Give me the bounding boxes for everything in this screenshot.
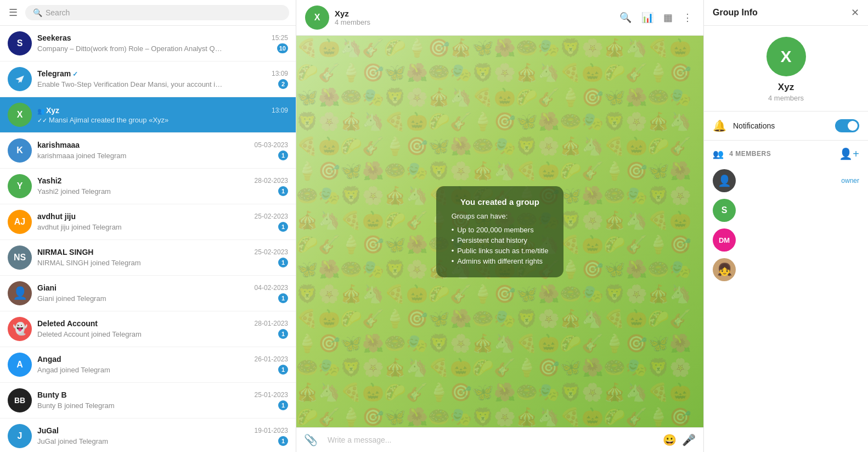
chat-name: Seekeras: [37, 34, 71, 42]
chat-header-members: 4 members: [335, 18, 612, 26]
chat-item[interactable]: SSeekeras15:25Company – Ditto(work from)…: [0, 26, 296, 62]
chat-time: 28-01-2023: [255, 320, 288, 327]
member-avatar: DM: [713, 228, 736, 252]
unread-badge: 1: [278, 365, 288, 375]
chat-content: Deleted Account28-01-2023Deleted Account…: [37, 319, 288, 339]
chat-time: 19-01-2023: [255, 427, 288, 434]
verified-icon: ✓: [72, 70, 78, 78]
chat-content: Yashi228-02-2023Yashi2 joined Telegram1: [37, 176, 288, 196]
chat-time: 13:09: [272, 107, 288, 114]
search-icon: 🔍: [33, 8, 42, 17]
chat-item[interactable]: Telegram✓13:09Enable Two-Step Verificati…: [0, 62, 296, 97]
close-panel-icon[interactable]: ✕: [851, 7, 859, 19]
chat-subtitle: ✓✓ Mansi Ajimal created the group «Xyz»: [37, 116, 168, 124]
member-item[interactable]: DM: [713, 225, 859, 255]
chat-item[interactable]: X👥Xyz13:09✓✓ Mansi Ajimal created the gr…: [0, 97, 296, 133]
message-input[interactable]: [323, 432, 657, 448]
members-count-label: 👥 4 MEMBERS: [713, 149, 771, 159]
group-created-card: You created a group Groups can have: Up …: [436, 186, 564, 277]
unread-badge: 1: [278, 400, 288, 410]
add-member-icon[interactable]: 👤+: [839, 147, 859, 160]
member-avatar: 👧: [713, 258, 736, 281]
chat-time: 15:25: [272, 34, 288, 42]
group-info-members-count: 4 members: [768, 94, 804, 102]
notifications-row: 🔔 Notifications: [704, 111, 868, 141]
member-item[interactable]: S: [713, 196, 859, 225]
chat-avatar: 👤: [8, 281, 32, 305]
chat-avatar: A: [8, 353, 32, 377]
chat-time: 25-02-2023: [255, 248, 288, 256]
attach-icon[interactable]: 📎: [304, 433, 318, 447]
chat-content: NIRMAL SINGH25-02-2023NIRMAL SINGH joine…: [37, 248, 288, 267]
chat-name: Bunty B: [37, 390, 67, 399]
chat-item[interactable]: 👤Giani04-02-2023Giani joined Telegram1: [0, 276, 296, 311]
sidebar-header: ☰ 🔍: [0, 0, 296, 26]
member-avatar: S: [713, 199, 736, 222]
chat-subtitle: JuGal joined Telegram: [37, 437, 108, 445]
chat-item[interactable]: AJavdhut jiju25-02-2023avdhut jiju joine…: [0, 204, 296, 240]
chat-avatar: K: [8, 138, 32, 163]
chat-avatar: S: [8, 31, 32, 55]
sidebar: ☰ 🔍 SSeekeras15:25Company – Ditto(work f…: [0, 0, 296, 452]
unread-badge: 1: [278, 258, 288, 267]
chat-item[interactable]: Kkarishmaaa05-03-2023karishmaaa joined T…: [0, 133, 296, 169]
chat-content: JuGal19-01-2023JuGal joined Telegram1: [37, 426, 288, 446]
chat-content: Bunty B25-01-2023Bunty B joined Telegram…: [37, 390, 288, 410]
member-item[interactable]: 👧: [713, 255, 859, 284]
chat-name: Yashi2: [37, 176, 61, 185]
unread-badge: 1: [278, 329, 288, 339]
search-chat-icon[interactable]: 🔍: [617, 9, 634, 26]
chat-content: Angad26-01-2023Angad joined Telegram1: [37, 355, 288, 375]
chat-subtitle: karishmaaa joined Telegram: [37, 152, 126, 160]
group-created-title: You created a group: [452, 197, 549, 207]
owner-badge: owner: [841, 177, 859, 185]
unread-badge: 1: [278, 293, 288, 303]
search-bar[interactable]: 🔍: [25, 5, 289, 20]
chat-subtitle: Angad joined Telegram: [37, 366, 110, 374]
chat-name: avdhut jiju: [37, 212, 76, 221]
chat-item[interactable]: JJuGal19-01-2023JuGal joined Telegram1: [0, 418, 296, 452]
group-created-subtitle: Groups can have:: [452, 212, 549, 220]
group-info-avatar: X: [766, 37, 806, 76]
chat-list: SSeekeras15:25Company – Ditto(work from)…: [0, 26, 296, 452]
owner-label: owner: [841, 177, 859, 185]
search-input[interactable]: [46, 8, 281, 17]
chat-item[interactable]: AAngad26-01-2023Angad joined Telegram1: [0, 347, 296, 383]
unread-badge: 1: [278, 150, 288, 160]
header-icons: 🔍 📊 ▦ ⋮: [617, 9, 695, 26]
unread-badge: 1: [278, 222, 288, 232]
list-item: Admins with different rights: [452, 256, 549, 266]
chat-subtitle: Enable Two-Step Verification Dear Mansi,…: [37, 80, 224, 88]
chat-item[interactable]: NSNIRMAL SINGH25-02-2023NIRMAL SINGH joi…: [0, 240, 296, 276]
chat-time: 28-02-2023: [255, 177, 288, 185]
chat-avatar: 👻: [8, 317, 32, 341]
poll-icon[interactable]: 📊: [639, 9, 656, 26]
member-item[interactable]: 👤owner: [713, 166, 859, 196]
chat-item[interactable]: YYashi228-02-2023Yashi2 joined Telegram1: [0, 169, 296, 204]
more-icon[interactable]: ⋮: [680, 9, 695, 26]
member-avatar: 👤: [713, 169, 736, 192]
chat-time: 05-03-2023: [255, 141, 288, 149]
chat-header: X Xyz 4 members 🔍 📊 ▦ ⋮: [296, 0, 703, 36]
chat-time: 04-02-2023: [255, 284, 288, 292]
chat-content: Seekeras15:25Company – Ditto(work from) …: [37, 34, 288, 53]
notifications-toggle[interactable]: [835, 119, 859, 132]
members-header: 👥 4 MEMBERS 👤+: [713, 147, 859, 160]
chat-item[interactable]: BBBunty B25-01-2023Bunty B joined Telegr…: [0, 383, 296, 418]
group-info-name: Xyz: [778, 82, 794, 93]
chat-name: Giani: [37, 283, 57, 292]
layout-icon[interactable]: ▦: [661, 9, 675, 26]
emoji-icon[interactable]: 😀: [663, 433, 677, 447]
chat-item[interactable]: 👻Deleted Account28-01-2023Deleted Accoun…: [0, 311, 296, 347]
hamburger-icon[interactable]: ☰: [7, 4, 20, 21]
mic-icon[interactable]: 🎤: [682, 433, 696, 447]
chat-content: 👥Xyz13:09✓✓ Mansi Ajimal created the gro…: [37, 106, 288, 124]
chat-content: karishmaaa05-03-2023karishmaaa joined Te…: [37, 141, 288, 160]
chat-name: 👥Xyz: [37, 106, 59, 115]
chat-avatar: BB: [8, 388, 32, 412]
chat-name: NIRMAL SINGH: [37, 248, 93, 256]
list-item: Public links such as t.me/title: [452, 245, 549, 256]
right-panel-header: Group Info ✕: [704, 0, 868, 26]
message-input-bar: 📎 😀 🎤: [296, 427, 703, 452]
chat-background: 🍕🎃🦄🎸🌮🍦🎯🎪🦋🌺🍩🎭🦁🌸🎪🦄🍕🎃🌮🎸🍦🎯🦋🌺🍩🎭🦁🌸🎪🦄🍕🎃🌮🎸🍦🎯🦋🌺🍩🎭…: [296, 36, 703, 427]
